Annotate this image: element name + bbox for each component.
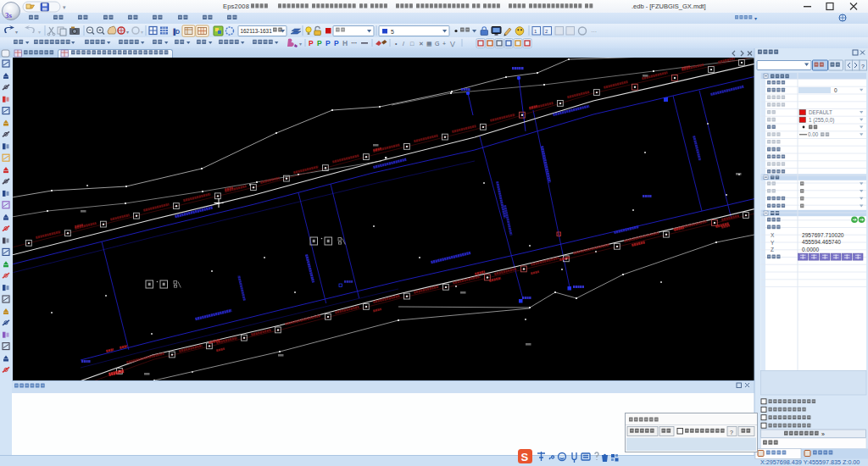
svg-text:P: P [334,39,339,47]
svg-text:0.0000: 0.0000 [802,247,820,252]
svg-text:DEFAULT: DEFAULT [809,109,832,115]
svg-text:⋯: ⋯ [351,40,357,46]
svg-text:▦: ▦ [426,41,432,47]
svg-text:⋯: ⋯ [591,29,597,35]
svg-text:455594.465740: 455594.465740 [802,239,841,245]
svg-text:▾: ▾ [63,4,66,10]
svg-text:X: X [771,232,775,238]
svg-text:3s: 3s [5,11,13,19]
svg-text:1 (255,0,0): 1 (255,0,0) [809,117,834,124]
svg-text:□: □ [410,41,415,47]
svg-text:/: / [403,41,404,47]
svg-text:X:2957698.439 Y:455597.835 Z:0: X:2957698.439 Y:455597.835 Z:0.00 [760,458,860,466]
svg-text:.edb - [FZUBGIS_GX.mdt]: .edb - [FZUBGIS_GX.mdt] [632,3,706,10]
svg-text:⋁: ⋁ [449,41,455,47]
svg-text:162113-1631: 162113-1631 [241,28,273,34]
svg-text:0.00: 0.00 [808,131,819,137]
svg-text:»: » [821,431,825,437]
svg-text:P: P [317,39,322,47]
svg-text:▾: ▾ [126,30,129,35]
svg-text:H: H [342,39,348,47]
svg-text:Z: Z [771,247,774,252]
svg-text:▾: ▾ [38,30,41,35]
svg-text:2957697.710020: 2957697.710020 [802,232,844,238]
svg-text:▾: ▾ [15,30,18,35]
svg-text:▾: ▾ [141,30,143,35]
svg-text:▾: ▾ [754,16,757,21]
svg-text:Y: Y [771,240,775,246]
svg-text:+: + [442,41,446,47]
svg-text:✕: ✕ [419,41,424,47]
svg-text:P: P [309,39,314,47]
svg-text:0: 0 [834,87,837,93]
svg-text:•: • [395,41,398,47]
svg-text:S: S [521,451,529,463]
svg-text:▾: ▾ [299,42,302,47]
svg-text:?: ? [861,64,865,69]
svg-text:?: ? [730,430,733,435]
svg-text:5: 5 [391,29,394,35]
svg-text:P: P [326,39,331,47]
svg-text:G: G [435,41,439,47]
svg-text:▐D: ▐D [171,28,180,36]
